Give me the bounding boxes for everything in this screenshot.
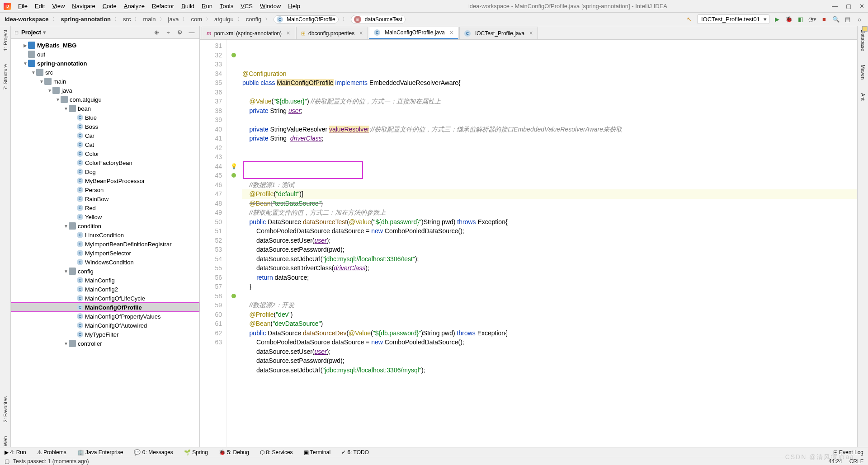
tree-item-windowscondition[interactable]: CWindowsCondition [11,258,199,267]
tool-window-button[interactable]: ⚠ Problems [37,449,66,456]
code-line-63[interactable]: dataSource.setJdbcUrl("jdbc:mysql://loca… [242,366,857,375]
rail-web[interactable]: Web [3,436,8,446]
tree-item-mybatismbg[interactable]: ▶MyBatis_MBG [11,41,199,50]
menu-run[interactable]: Run [198,1,216,11]
tree-item-main[interactable]: ▼main [11,77,199,86]
coverage-icon[interactable]: ◧ [797,15,805,23]
code-line-57[interactable]: @Profile("dev") [242,310,857,319]
tab-mainconfigofprofilejava[interactable]: CMainConfigOfProfile.java✕ [369,27,458,39]
project-structure-icon[interactable]: ▤ [844,15,852,23]
code-editor[interactable]: 3132333435363738394041424344454647484950… [200,40,857,451]
tab-ioctestprofilejava[interactable]: CIOCTest_Profile.java✕ [459,27,538,39]
tool-window-button[interactable]: ✓ 6: TODO [341,449,369,456]
tree-item-mybeanpostprocessor[interactable]: CMyBeanPostProcessor [11,176,199,185]
menu-refactor[interactable]: Refactor [148,1,178,11]
code-line-59[interactable]: public DataSource dataSourceDev(@Value("… [242,329,857,338]
menu-help[interactable]: Help [284,1,304,11]
debug-icon[interactable]: 🐞 [785,15,793,23]
menu-navigate[interactable]: Navigate [68,1,99,11]
tree-item-blue[interactable]: CBlue [11,113,199,122]
stop-icon[interactable]: ■ [820,15,828,23]
tree-item-mainconfigofprofile[interactable]: CMainConfigOfProfile [11,303,199,312]
code-line-46[interactable]: //获取配置文件的值，方式二：加在方法的参数上 [242,208,857,217]
tab-dbconfigproperties[interactable]: ⊞dbconfig.properties✕ [296,27,368,39]
breadcrumb-item[interactable]: idea-workspace [5,16,49,23]
close-tab-icon[interactable]: ✕ [359,30,363,36]
run-config-dropdown[interactable]: IOCTest_Profile.test01 [697,14,769,24]
breadcrumb-item[interactable]: main [143,16,156,23]
tree-item-comatguigu[interactable]: ▼com.atguigu [11,95,199,104]
tree-item-config[interactable]: ▼config [11,267,199,276]
tree-item-colorfactorybean[interactable]: CColorFactoryBean [11,158,199,167]
breadcrumb-item[interactable]: src [123,16,131,23]
tree-item-mainconfig[interactable]: CMainConfig [11,276,199,285]
tree-item-java[interactable]: ▼java [11,86,199,95]
code-line-47[interactable]: public DataSource dataSourceTest(@Value(… [242,217,857,227]
search-everywhere-icon[interactable]: 🔍 [832,15,840,23]
code-line-48[interactable]: ComboPooledDataSource dataSource = new C… [242,226,857,236]
code-line-53[interactable]: return dataSource; [242,273,857,282]
tree-item-controller[interactable]: ▼controller [11,339,199,348]
menu-analyze[interactable]: Analyze [120,1,148,11]
code-line-39[interactable] [242,143,857,153]
rail-project[interactable]: 1: Project [3,30,8,51]
rail-maven[interactable]: Maven [860,65,866,80]
select-opened-file-icon[interactable]: ⊕ [152,28,160,37]
code-line-55[interactable] [242,291,857,301]
tree-item-springannotation[interactable]: ▼spring-annotation [11,59,199,68]
code-line-51[interactable]: dataSource.setJdbcUrl("jdbc:mysql://loca… [242,254,857,264]
maximize-icon[interactable]: ▢ [846,3,851,9]
code-content[interactable]: @Configurationpublic class MainConfigOfP… [241,40,857,451]
code-line-60[interactable]: ComboPooledDataSource dataSource = new C… [242,338,857,347]
code-line-45[interactable]: @Bean("testDataSource") [242,199,857,208]
code-line-44[interactable]: @Profile("default")] [242,189,857,199]
breadcrumb-item[interactable]: atguigu [214,16,234,23]
event-log-button[interactable]: ⊟ Event Log [833,449,863,456]
tree-item-mainconifgofautowired[interactable]: CMainConifgOfAutowired [11,321,199,330]
tree-item-boss[interactable]: CBoss [11,122,199,131]
code-line-33[interactable] [242,88,857,97]
close-tab-icon[interactable]: ✕ [449,30,453,36]
magnifier-icon[interactable]: ⌕ [855,15,863,23]
code-line-35[interactable]: private String user; [242,106,857,116]
tree-item-condition[interactable]: ▼condition [11,221,199,230]
expand-all-icon[interactable]: ÷ [164,28,172,37]
menu-build[interactable]: Build [178,1,198,11]
tree-item-src[interactable]: ▼src [11,68,199,77]
code-line-54[interactable]: } [242,282,857,291]
code-line-36[interactable] [242,115,857,125]
menu-tools[interactable]: Tools [216,1,237,11]
menu-window[interactable]: Window [256,1,284,11]
code-line-38[interactable]: private String driverClass; [242,134,857,143]
close-icon[interactable]: ✕ [859,3,864,9]
tree-item-mainconfigoflifecycle[interactable]: CMainConfigOfLifeCycle [11,294,199,303]
tool-window-button[interactable]: ▣ Terminal [304,449,330,456]
breadcrumb-class[interactable]: CMainConfigOfProfile [274,15,338,23]
run-icon[interactable]: ▶ [773,15,781,23]
gear-icon[interactable]: ⚙ [176,28,184,37]
tree-item-mainconfig2[interactable]: CMainConfig2 [11,285,199,294]
menu-toggle-icon[interactable]: ▢ [5,458,9,465]
tool-window-button[interactable]: 🐞 5: Debug [219,449,249,456]
rail-structure[interactable]: 7: Structure [3,64,8,90]
code-line-31[interactable]: @Configuration [242,69,857,79]
menu-file[interactable]: File [14,1,31,11]
code-line-50[interactable]: dataSource.setPassword(pwd); [242,245,857,254]
tree-item-mainconfigofpropertyvalues[interactable]: CMainConfigOfPropertyValues [11,312,199,321]
tree-item-dog[interactable]: CDog [11,167,199,176]
code-line-56[interactable]: //数据源2：开发 [242,301,857,310]
close-tab-icon[interactable]: ✕ [529,30,533,36]
tool-window-button[interactable]: ⬡ 8: Services [260,449,293,456]
tree-item-myimportselector[interactable]: CMyImportSelector [11,249,199,258]
code-line-40[interactable] [242,152,857,162]
inspection-indicator[interactable] [862,26,868,32]
rail-favorites[interactable]: 2: Favorites [3,396,8,422]
code-line-61[interactable]: dataSource.setUser(user); [242,347,857,357]
tree-item-mytypefilter[interactable]: CMyTypeFilter [11,330,199,339]
code-line-32[interactable]: public class MainConfigOfProfile impleme… [242,78,857,88]
tool-window-button[interactable]: 💬 0: Messages [134,449,173,456]
tab-pomxmlspringannotation[interactable]: mpom.xml (spring-annotation)✕ [202,27,295,39]
breadcrumb-item[interactable]: com [191,16,202,23]
breadcrumb-item[interactable]: java [168,16,179,23]
hide-icon[interactable]: — [188,28,196,37]
